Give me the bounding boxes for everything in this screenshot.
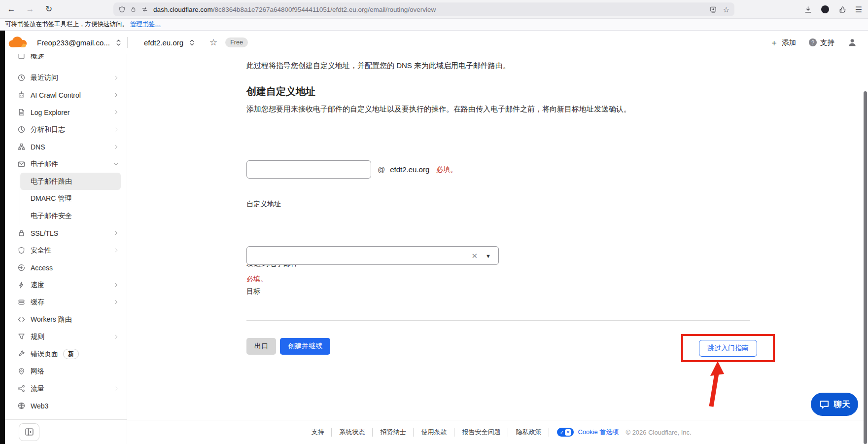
- sidebar-item-cache[interactable]: 缓存: [5, 294, 127, 311]
- code-brackets-icon: [17, 315, 26, 324]
- access-arrow-icon: [17, 263, 26, 272]
- sidebar-item-log-explorer[interactable]: Log Explorer: [5, 104, 127, 121]
- chevron-right-icon: [113, 92, 119, 98]
- chat-button[interactable]: 聊天: [811, 393, 858, 416]
- favorite-zone-icon[interactable]: ☆: [209, 37, 217, 48]
- reload-icon[interactable]: ↻: [41, 2, 56, 16]
- url-bar[interactable]: dash.cloudflare.com/8c8364b8a1e7267a6480…: [113, 2, 734, 16]
- globe-icon: [17, 402, 26, 410]
- footer-link-careers[interactable]: 招贤纳士: [373, 428, 414, 437]
- sidebar-item-email[interactable]: 电子邮件: [5, 155, 127, 173]
- lightning-icon: [17, 281, 26, 289]
- add-button[interactable]: ＋ 添加: [770, 37, 796, 48]
- manage-bookmarks-link[interactable]: 管理书签…: [130, 20, 161, 29]
- required-error: 必填。: [436, 165, 457, 174]
- chevron-right-icon: [113, 127, 119, 132]
- header-divider: [127, 37, 128, 48]
- destination-label: 目标: [246, 287, 260, 296]
- screen: ← → ↻ dash.cloudflare.com/8c8364b8a1e726…: [0, 0, 868, 444]
- sidebar-item-recent[interactable]: 最近访问: [5, 69, 127, 86]
- support-button[interactable]: ? 支持: [809, 38, 834, 47]
- sidebar-item-access[interactable]: Access: [5, 259, 127, 276]
- sidebar-item-speed[interactable]: 速度: [5, 276, 127, 294]
- destination-combobox[interactable]: ✕ ▼: [246, 246, 499, 265]
- chevron-right-icon: [113, 386, 119, 391]
- annotation-highlight-box: 跳过入门指南: [681, 334, 775, 362]
- cookie-consent-icon: ✓✕: [557, 428, 574, 437]
- custom-address-label: 自定义地址: [246, 200, 281, 209]
- account-name[interactable]: Freop233@gmail.co...: [37, 38, 110, 47]
- sidebar-item-analytics[interactable]: 分析和日志: [5, 121, 127, 138]
- sidebar-subitem-email-security[interactable]: 电子邮件安全: [20, 207, 121, 224]
- lock-icon[interactable]: [130, 6, 137, 13]
- footer-link-support[interactable]: 支持: [304, 428, 332, 437]
- chevron-down-icon: [113, 161, 119, 167]
- user-avatar-icon[interactable]: [847, 37, 857, 47]
- footer-link-terms[interactable]: 使用条款: [414, 428, 454, 437]
- chevron-right-icon: [113, 334, 119, 339]
- footer-link-system-status[interactable]: 系统状态: [332, 428, 373, 437]
- required-error: 必填。: [246, 275, 267, 284]
- cache-icon: [17, 298, 26, 306]
- sidebar-item-security[interactable]: 安全性: [5, 242, 127, 259]
- sidebar-item-ai-crawl-control[interactable]: AI Crawl Control: [5, 86, 127, 104]
- clock-icon: [17, 74, 26, 82]
- sidebar-footer: [5, 419, 127, 444]
- cloudflare-header: Freop233@gmail.co... efdt2.eu.org ☆ Free…: [0, 31, 868, 54]
- window-edge: [0, 31, 5, 444]
- padlock-icon: [17, 229, 26, 237]
- funnel-icon: [17, 333, 26, 341]
- sidebar-subitem-email-routing[interactable]: 电子邮件路由: [20, 173, 121, 190]
- sidebar: 概述 最近访问 AI Crawl Control Log Explorer 分析…: [5, 54, 127, 444]
- sidebar-item-workers-routes[interactable]: Workers 路由: [5, 311, 127, 328]
- extension-icon[interactable]: [838, 5, 846, 14]
- footer-link-privacy[interactable]: 隐私政策: [508, 428, 549, 437]
- cookie-preferences[interactable]: ✓✕ Cookie 首选项: [557, 428, 619, 437]
- cloudflare-logo[interactable]: [7, 36, 27, 49]
- account-switcher-icon[interactable]: [116, 38, 121, 47]
- sidebar-item-dns[interactable]: DNS: [5, 138, 127, 155]
- zone-switcher-icon[interactable]: [189, 38, 195, 47]
- page-scrollbar[interactable]: [864, 91, 867, 444]
- collapse-panel-icon: [25, 428, 34, 436]
- menu-icon[interactable]: ☰: [855, 5, 862, 14]
- sidebar-item-ssl-tls[interactable]: SSL/TLS: [5, 224, 127, 242]
- at-symbol: @: [378, 165, 385, 174]
- sidebar-item-error-pages[interactable]: 错误页面 新: [5, 345, 127, 363]
- footer-link-report-security[interactable]: 报告安全问题: [454, 428, 508, 437]
- sidebar-item-traffic[interactable]: 流量: [5, 380, 127, 397]
- bookmark-hint-bar: 可将书签放在书签工具栏上，方便快速访问。 管理书签…: [0, 19, 868, 31]
- sidebar-item-web3[interactable]: Web3: [5, 397, 127, 414]
- dropdown-caret-icon[interactable]: ▼: [486, 247, 491, 265]
- envelope-icon: [17, 160, 26, 168]
- collapse-sidebar-button[interactable]: [19, 423, 39, 441]
- pie-chart-icon: [17, 125, 26, 134]
- clear-selection-icon[interactable]: ✕: [471, 247, 478, 265]
- save-page-icon[interactable]: [709, 6, 717, 13]
- forward-icon[interactable]: →: [23, 2, 37, 16]
- sidebar-subitem-dmarc[interactable]: DMARC 管理: [20, 190, 121, 207]
- extension-badge-icon[interactable]: [821, 5, 829, 13]
- back-icon[interactable]: ←: [4, 2, 19, 16]
- create-and-continue-button[interactable]: 创建并继续: [280, 338, 330, 355]
- permissions-icon[interactable]: [141, 6, 148, 13]
- help-icon: ?: [809, 38, 817, 46]
- cookie-preferences-link[interactable]: Cookie 首选项: [578, 428, 619, 437]
- bookmark-star-icon[interactable]: ☆: [723, 6, 729, 13]
- skip-guide-button[interactable]: 跳过入门指南: [699, 340, 757, 357]
- copyright-text: © 2026 Cloudflare, Inc.: [625, 429, 691, 436]
- sidebar-item-rules[interactable]: 规则: [5, 328, 127, 345]
- bookmark-hint-text: 可将书签放在书签工具栏上，方便快速访问。: [5, 20, 128, 29]
- downloads-icon[interactable]: [804, 5, 812, 14]
- chevron-right-icon: [113, 110, 119, 115]
- tracking-shield-icon[interactable]: [118, 6, 126, 13]
- annotation-arrow: [697, 359, 737, 413]
- sidebar-item-network[interactable]: 网络: [5, 363, 127, 380]
- exit-button[interactable]: 出口: [246, 338, 276, 355]
- chevron-right-icon: [113, 282, 119, 288]
- sidebar-item-overview[interactable]: 概述: [5, 54, 127, 65]
- custom-address-input[interactable]: [246, 160, 371, 179]
- chevron-right-icon: [113, 248, 119, 253]
- zone-name[interactable]: efdt2.eu.org: [144, 38, 183, 47]
- wizard-intro-text: 此过程将指导您创建自定义地址，并配置您的 DNS 来为此域启用电子邮件路由。: [246, 61, 510, 71]
